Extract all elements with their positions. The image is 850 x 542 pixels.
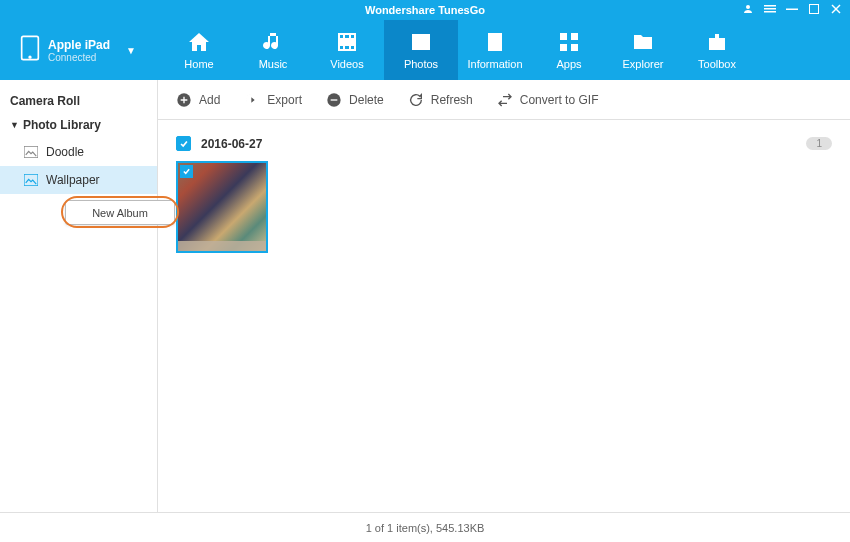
main: Camera Roll ▼ Photo Library Doodle Wallp… [0,80,850,512]
header: Apple iPad Connected ▼ Home Music Videos… [0,20,850,80]
btn-label: New Album [92,207,148,219]
window-controls [742,3,842,15]
svg-rect-10 [560,33,567,40]
device-status: Connected [48,52,110,63]
nav-label: Videos [330,58,363,70]
sidebar-item-label: Doodle [46,145,84,159]
photo-icon [24,174,38,186]
btn-label: Export [267,93,302,107]
nav-videos[interactable]: Videos [310,20,384,80]
device-info: Apple iPad Connected [48,38,110,63]
thumb-caption [178,241,266,251]
nav-home[interactable]: Home [162,20,236,80]
svg-point-9 [29,56,31,58]
menu-icon[interactable] [764,3,776,15]
btn-label: Delete [349,93,384,107]
device-name: Apple iPad [48,38,110,52]
plus-icon [176,92,192,108]
nav-label: Apps [556,58,581,70]
app-title: Wondershare TunesGo [365,4,485,16]
group-count-badge: 1 [806,137,832,150]
svg-rect-3 [764,11,776,13]
btn-label: Convert to GIF [520,93,599,107]
convert-gif-button[interactable]: Convert to GIF [497,92,599,108]
refresh-button[interactable]: Refresh [408,92,473,108]
titlebar: Wondershare TunesGo [0,0,850,20]
sidebar-photo-library[interactable]: ▼ Photo Library [0,112,157,138]
maximize-button[interactable] [808,3,820,15]
nav-toolbox[interactable]: Toolbox [680,20,754,80]
nav-label: Information [467,58,522,70]
photo-thumbnail[interactable] [176,161,268,253]
nav-photos[interactable]: Photos [384,20,458,80]
content: Add Export Delete Refresh Convert to GIF [158,80,850,512]
refresh-icon [408,92,424,108]
svg-rect-1 [764,5,776,7]
svg-rect-12 [560,44,567,51]
delete-button[interactable]: Delete [326,92,384,108]
svg-rect-5 [810,5,819,14]
export-icon [244,92,260,108]
group-date: 2016-06-27 [201,137,262,151]
nav-label: Photos [404,58,438,70]
caret-down-icon: ▼ [10,120,19,130]
main-nav: Home Music Videos Photos Information App… [162,20,754,80]
content-body: 2016-06-27 1 [158,120,850,512]
svg-rect-4 [786,9,798,11]
user-icon[interactable] [742,3,754,15]
btn-label: Refresh [431,93,473,107]
new-album-button[interactable]: New Album [65,200,175,225]
nav-label: Explorer [623,58,664,70]
device-selector[interactable]: Apple iPad Connected ▼ [10,29,150,71]
nav-music[interactable]: Music [236,20,310,80]
svg-point-0 [746,5,750,9]
sidebar: Camera Roll ▼ Photo Library Doodle Wallp… [0,80,158,512]
svg-rect-11 [571,33,578,40]
btn-label: Add [199,93,220,107]
nav-explorer[interactable]: Explorer [606,20,680,80]
nav-apps[interactable]: Apps [532,20,606,80]
status-text: 1 of 1 item(s), 545.13KB [366,522,485,534]
chevron-down-icon: ▼ [126,45,136,56]
statusbar: 1 of 1 item(s), 545.13KB [0,512,850,542]
close-button[interactable] [830,3,842,15]
add-button[interactable]: Add [176,92,220,108]
sidebar-item-label: Wallpaper [46,173,100,187]
check-icon [182,167,191,176]
minus-icon [326,92,342,108]
group-checkbox[interactable] [176,136,191,151]
nav-label: Music [259,58,288,70]
photo-icon [24,146,38,158]
date-group-header: 2016-06-27 1 [176,136,832,151]
thumbnail-grid [176,161,832,253]
nav-label: Toolbox [698,58,736,70]
section-label: Photo Library [23,118,101,132]
nav-label: Home [184,58,213,70]
svg-rect-13 [571,44,578,51]
ipad-icon [20,34,40,66]
toolbar: Add Export Delete Refresh Convert to GIF [158,80,850,120]
minimize-button[interactable] [786,3,798,15]
sidebar-item-doodle[interactable]: Doodle [0,138,157,166]
thumb-checkbox[interactable] [180,165,193,178]
sidebar-item-wallpaper[interactable]: Wallpaper [0,166,157,194]
check-icon [179,139,189,149]
convert-icon [497,92,513,108]
export-button[interactable]: Export [244,92,302,108]
svg-rect-2 [764,8,776,10]
nav-information[interactable]: Information [458,20,532,80]
sidebar-camera-roll[interactable]: Camera Roll [0,90,157,112]
